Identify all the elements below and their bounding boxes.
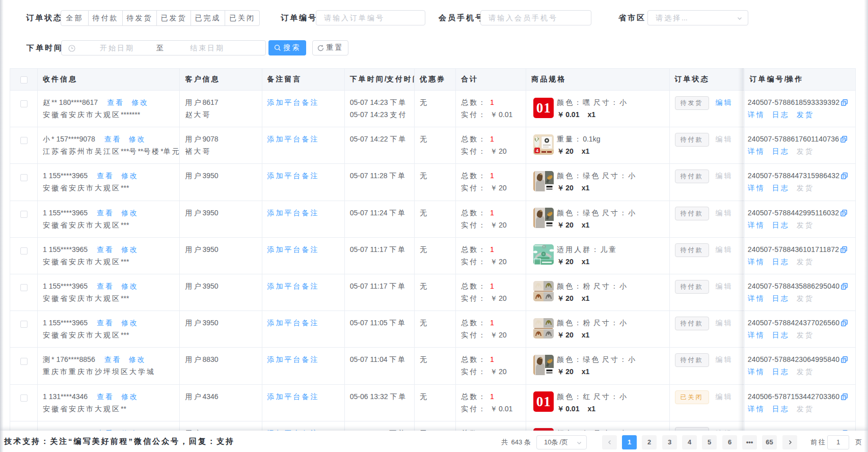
svg-text:4: 4 [536,148,538,153]
